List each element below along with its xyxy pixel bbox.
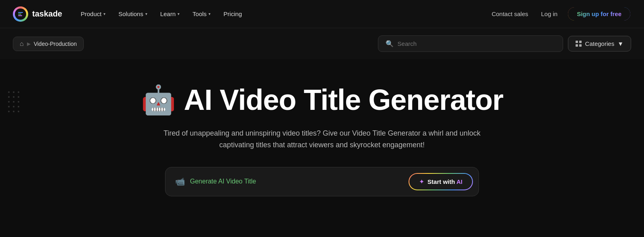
sparkle-icon: ✦	[419, 178, 424, 185]
svg-rect-0	[18, 12, 23, 13]
nav-tools-chevron: ▾	[208, 12, 211, 16]
nav-pricing-label: Pricing	[223, 10, 242, 17]
svg-rect-2	[18, 15, 22, 16]
navbar: taskade Product ▾ Solutions ▾ Learn ▾ To…	[0, 0, 644, 28]
signup-button[interactable]: Sign up for free	[567, 6, 631, 21]
start-ai-label: Start with AI	[427, 178, 462, 185]
contact-sales-link[interactable]: Contact sales	[488, 8, 531, 20]
nav-product-chevron: ▾	[103, 12, 105, 16]
nav-item-learn[interactable]: Learn ▾	[155, 7, 185, 21]
home-icon: ⌂	[20, 40, 24, 47]
breadcrumb[interactable]: ⌂ ▶ Video-Production	[13, 37, 84, 51]
logo-icon	[13, 6, 28, 22]
hero-title: AI Video Title Generator	[184, 83, 504, 116]
hero-title-row: 🤖 AI Video Title Generator	[141, 83, 504, 116]
robot-emoji: 🤖	[141, 86, 176, 114]
generate-bar: 📹 Generate AI Video Title ✦ Start with A…	[165, 167, 479, 196]
nav-learn-chevron: ▾	[178, 12, 180, 16]
nav-item-tools[interactable]: Tools ▾	[187, 7, 216, 21]
breadcrumb-separator: ▶	[27, 41, 31, 47]
generate-label[interactable]: Generate AI Video Title	[190, 178, 256, 185]
generate-left: 📹 Generate AI Video Title	[175, 177, 256, 186]
search-box[interactable]: 🔍 Search	[378, 35, 563, 52]
nav-product-label: Product	[81, 10, 102, 17]
nav-solutions-chevron: ▾	[145, 12, 147, 16]
search-icon: 🔍	[386, 40, 394, 47]
ai-text: AI	[456, 178, 462, 185]
hero-subtitle: Tired of unappealing and uninspiring vid…	[157, 128, 487, 151]
svg-rect-1	[18, 14, 21, 14]
taskade-svg	[17, 10, 24, 18]
dot-grid-decoration	[8, 91, 19, 112]
breadcrumb-current: Video-Production	[34, 41, 77, 47]
nav-solutions-label: Solutions	[118, 10, 143, 17]
login-link[interactable]: Log in	[538, 8, 561, 20]
categories-button[interactable]: Categories ▼	[568, 36, 631, 52]
nav-item-solutions[interactable]: Solutions ▾	[113, 7, 153, 21]
logo-text: taskade	[32, 9, 62, 19]
search-categories-group: 🔍 Search Categories ▼	[378, 35, 631, 52]
logo[interactable]: taskade	[13, 6, 62, 22]
generate-icon: 📹	[175, 177, 185, 186]
start-with-ai-button[interactable]: ✦ Start with AI	[409, 173, 473, 190]
search-placeholder: Search	[398, 40, 417, 47]
nav-tools-label: Tools	[192, 10, 206, 17]
categories-chevron: ▼	[617, 40, 623, 47]
signup-label: Sign up for free	[577, 10, 621, 17]
breadcrumb-bar: ⌂ ▶ Video-Production 🔍 Search Categories…	[0, 28, 644, 59]
start-text: Start with	[427, 178, 456, 185]
nav-item-product[interactable]: Product ▾	[75, 7, 111, 21]
nav-item-pricing[interactable]: Pricing	[218, 7, 248, 21]
main-content: 🤖 AI Video Title Generator Tired of unap…	[0, 59, 644, 212]
categories-label: Categories	[585, 40, 615, 47]
nav-right: Contact sales Log in Sign up for free	[488, 6, 631, 21]
nav-learn-label: Learn	[160, 10, 175, 17]
categories-grid-icon	[576, 41, 582, 47]
nav-items: Product ▾ Solutions ▾ Learn ▾ Tools ▾ Pr…	[75, 7, 485, 21]
